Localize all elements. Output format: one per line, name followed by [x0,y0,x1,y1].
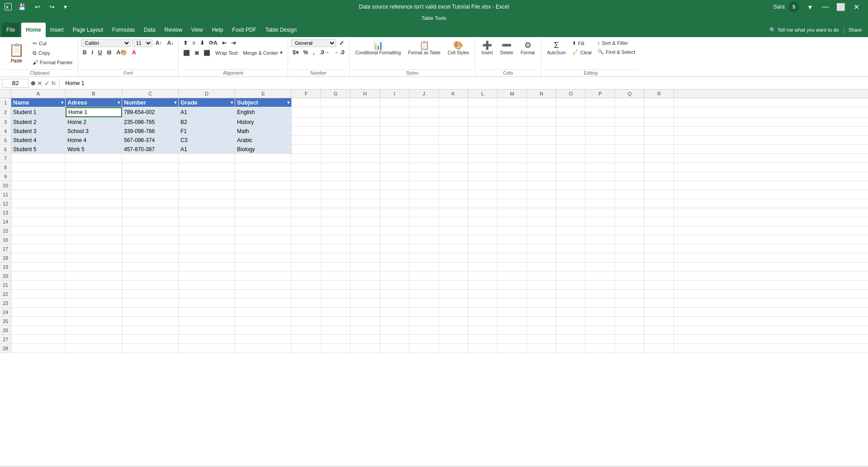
cell-O18[interactable] [556,253,586,262]
cell-K2[interactable] [439,107,468,117]
cell-R14[interactable] [645,217,674,226]
cell-M12[interactable] [498,199,527,208]
cell-E11[interactable] [235,190,292,199]
cell-O28[interactable] [556,344,586,353]
cell-B14[interactable] [66,217,122,226]
cell-N10[interactable] [527,181,556,190]
cell-E8[interactable] [235,163,292,172]
percent-button[interactable]: % [302,48,310,57]
cell-H6[interactable] [351,145,380,153]
cell-E27[interactable] [235,335,292,343]
cell-L13[interactable] [468,208,498,217]
cell-A3[interactable]: Student 2 [11,118,66,126]
cell-R19[interactable] [645,262,674,271]
cell-D2[interactable]: A1 [179,107,235,117]
align-bottom-button[interactable]: ⬇ [198,39,206,47]
cell-J6[interactable] [409,145,439,153]
cell-E2[interactable]: English [235,107,292,117]
cell-J4[interactable] [409,127,439,135]
wrap-text-button[interactable]: Wrap Text [213,49,240,57]
indent-decrease-button[interactable]: ⇤ [220,39,228,47]
cell-G19[interactable] [321,262,351,271]
cell-F17[interactable] [292,244,321,253]
cell-L26[interactable] [468,326,498,334]
cell-F13[interactable] [292,208,321,217]
cell-M18[interactable] [498,253,527,262]
cell-B13[interactable] [66,208,122,217]
cell-P1[interactable] [586,98,615,107]
cell-E13[interactable] [235,208,292,217]
cell-Q11[interactable] [615,190,645,199]
cell-L14[interactable] [468,217,498,226]
format-as-table-button[interactable]: 📋 Format as Table [405,39,444,57]
cell-K4[interactable] [439,127,468,135]
cell-O24[interactable] [556,308,586,316]
cell-I23[interactable] [380,299,409,307]
cell-J23[interactable] [409,299,439,307]
cell-I19[interactable] [380,262,409,271]
cell-D20[interactable] [179,272,235,280]
cell-D1[interactable]: Grade ▾ [179,98,235,107]
cell-P11[interactable] [586,190,615,199]
cell-G21[interactable] [321,281,351,289]
cell-D13[interactable] [179,208,235,217]
cell-N2[interactable] [527,107,556,117]
cell-H22[interactable] [351,290,380,298]
cell-I17[interactable] [380,244,409,253]
cell-F3[interactable] [292,118,321,126]
cell-K9[interactable] [439,172,468,181]
cell-Q13[interactable] [615,208,645,217]
cell-H10[interactable] [351,181,380,190]
cell-C5[interactable]: 567-098-374 [122,136,179,144]
cell-I18[interactable] [380,253,409,262]
cell-H2[interactable] [351,107,380,117]
cell-F15[interactable] [292,226,321,235]
cell-D14[interactable] [179,217,235,226]
cell-G20[interactable] [321,272,351,280]
cell-Q3[interactable] [615,118,645,126]
col-header-E[interactable]: E [235,90,292,98]
cell-N23[interactable] [527,299,556,307]
cell-L27[interactable] [468,335,498,343]
cell-E24[interactable] [235,308,292,316]
cell-N9[interactable] [527,172,556,181]
cell-styles-button[interactable]: 🎨 Cell Styles [445,39,472,57]
cell-N8[interactable] [527,163,556,172]
cell-F16[interactable] [292,235,321,244]
confirm-formula-icon[interactable]: ✓ [44,80,50,87]
share-button[interactable]: Share [844,26,866,33]
cell-P3[interactable] [586,118,615,126]
cell-O19[interactable] [556,262,586,271]
row-num-3[interactable]: 3 [0,118,11,126]
cell-I20[interactable] [380,272,409,280]
cell-H16[interactable] [351,235,380,244]
cell-C14[interactable] [122,217,179,226]
cell-Q28[interactable] [615,344,645,353]
cell-B15[interactable] [66,226,122,235]
cell-Q5[interactable] [615,136,645,144]
cell-L4[interactable] [468,127,498,135]
cell-C13[interactable] [122,208,179,217]
cell-N26[interactable] [527,326,556,334]
cell-M5[interactable] [498,136,527,144]
row-num-14[interactable]: 14 [0,217,11,226]
cell-P9[interactable] [586,172,615,181]
cell-G4[interactable] [321,127,351,135]
tab-page-layout[interactable]: Page Layout [68,23,108,37]
cell-H28[interactable] [351,344,380,353]
cell-E1[interactable]: Subject ▾ [235,98,292,107]
cell-R23[interactable] [645,299,674,307]
cell-C27[interactable] [122,335,179,343]
cell-D11[interactable] [179,190,235,199]
cell-A4[interactable]: Student 3 [11,127,66,135]
cell-N4[interactable] [527,127,556,135]
cell-R10[interactable] [645,181,674,190]
formula-input[interactable] [63,79,866,87]
cell-H14[interactable] [351,217,380,226]
cell-H20[interactable] [351,272,380,280]
cell-H23[interactable] [351,299,380,307]
cell-A6[interactable]: Student 5 [11,145,66,153]
cell-F14[interactable] [292,217,321,226]
cell-G8[interactable] [321,163,351,172]
fill-button[interactable]: ⬇ Fill [570,39,594,48]
